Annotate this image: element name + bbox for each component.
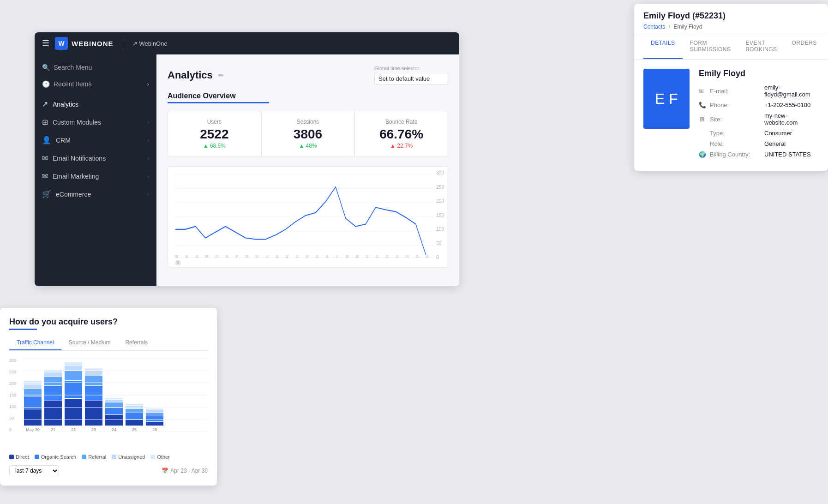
detail-site: 🖥 Site: my-new-website.com — [699, 112, 819, 126]
svg-text:18: 18 — [346, 254, 348, 258]
custom-modules-icon: ⊞ — [42, 118, 48, 126]
legend-organic-search: Organic Search — [35, 454, 76, 460]
breadcrumb-contacts-link[interactable]: Contacts — [643, 24, 665, 30]
chart-footer-label: 30 — [175, 260, 180, 265]
analytics-header: Analytics ✏ Global time selector Set to … — [168, 66, 448, 84]
metric-users: Users 2522 ▲ 68.5% — [168, 111, 261, 157]
svg-text:17: 17 — [336, 254, 338, 258]
legend-dot-referral — [82, 455, 86, 459]
users-value: 2522 — [177, 127, 252, 142]
chart-legend: Direct Organic Search Referral Unassigne… — [9, 454, 208, 460]
search-icon: 🔍 — [42, 64, 50, 71]
tab-form-submissions[interactable]: FORM SUBMISSIONS — [683, 34, 738, 59]
sidebar-search[interactable]: 🔍 Search Menu — [35, 60, 156, 75]
bounce-rate-change: ▲ 22.7% — [364, 143, 438, 149]
crm-icon: 👤 — [42, 136, 51, 144]
line-chart-area: 300 250 200 150 100 50 0 — [168, 166, 448, 268]
svg-text:15: 15 — [316, 254, 318, 258]
svg-text:02: 02 — [186, 254, 188, 258]
email-detail-icon: ✉ — [699, 88, 706, 95]
edit-icon[interactable]: ✏ — [218, 72, 224, 79]
bounce-rate-label: Bounce Rate — [364, 119, 438, 125]
contact-header: Emily Floyd (#52231) Contacts / Emily Fl… — [634, 4, 828, 34]
acq-tab-traffic-channel[interactable]: Traffic Channel — [9, 336, 61, 350]
breadcrumb-current: Emily Floyd — [673, 24, 702, 30]
topbar-divider — [123, 38, 123, 49]
logo-area: W WEBINONE — [55, 37, 114, 50]
svg-text:23: 23 — [396, 254, 398, 258]
email-notifications-icon: ✉ — [42, 154, 48, 162]
external-link-icon: ↗ — [132, 40, 138, 47]
legend-direct: Direct — [9, 454, 29, 460]
main-panel: Analytics ✏ Global time selector Set to … — [156, 54, 459, 286]
legend-other: Other — [150, 454, 170, 460]
sidebar-item-email-marketing[interactable]: ✉ Email Marketing › — [35, 167, 156, 185]
svg-text:06: 06 — [226, 254, 228, 258]
email-marketing-label: Email Marketing — [53, 173, 99, 180]
date-range-select[interactable]: last 7 days — [9, 465, 59, 476]
tab-details[interactable]: DETAILS — [643, 34, 683, 59]
contact-full-name: Emily Floyd — [699, 69, 819, 78]
svg-text:10: 10 — [265, 254, 268, 258]
svg-text:03: 03 — [195, 254, 198, 258]
time-selector-label: Global time selector — [374, 66, 448, 71]
svg-text:24: 24 — [406, 254, 408, 258]
chevron-icon-ecom: › — [147, 191, 149, 198]
svg-text:16: 16 — [326, 254, 329, 258]
contact-body: E F Emily Floyd ✉ E-mail: emily-floyd@gm… — [634, 60, 828, 171]
acq-tab-referrals[interactable]: Referrals — [118, 336, 155, 350]
sidebar: 🔍 Search Menu 🕐 Recent Items › ↗ Analyti… — [35, 54, 156, 286]
sidebar-item-crm[interactable]: 👤 CRM › — [35, 131, 156, 149]
recent-items-label: Recent Items — [54, 80, 91, 88]
ecommerce-label: eCommerce — [56, 191, 91, 198]
legend-dot-unassigned — [112, 455, 116, 459]
users-change: ▲ 68.5% — [177, 143, 252, 149]
chevron-icon-crm: › — [147, 137, 149, 144]
chevron-icon-em: › — [147, 173, 149, 180]
tab-event-bookings[interactable]: EVENT BOOKINGS — [738, 34, 784, 59]
topbar-link[interactable]: ↗ WebinOne — [132, 40, 168, 47]
svg-text:04: 04 — [205, 254, 208, 258]
tab-orders[interactable]: ORDERS — [785, 34, 824, 59]
breadcrumb-separator: / — [669, 24, 672, 30]
svg-text:13: 13 — [295, 254, 298, 258]
logo-icon: W — [55, 37, 68, 50]
svg-text:12: 12 — [286, 254, 288, 258]
sidebar-item-custom-modules[interactable]: ⊞ Custom Modules › — [35, 113, 156, 131]
svg-text:14: 14 — [306, 254, 308, 258]
analytics-icon: ↗ — [42, 100, 48, 108]
bar-chart-container: 300 250 200 150 100 50 0 — [9, 358, 208, 450]
svg-text:26: 26 — [426, 254, 429, 258]
acquisition-underline — [9, 329, 37, 330]
overview-underline — [168, 102, 269, 103]
svg-text:01: 01 — [175, 254, 178, 258]
chevron-icon: › — [147, 119, 149, 126]
legend-dot-direct — [9, 455, 14, 459]
page-title: Analytics — [168, 69, 213, 81]
hamburger-menu-icon[interactable]: ☰ — [42, 38, 49, 48]
sidebar-recent-items[interactable]: 🕐 Recent Items › — [35, 77, 156, 91]
detail-phone: 📞 Phone: +1-202-555-0100 — [699, 102, 819, 108]
billing-country-icon: 🌍 — [699, 151, 706, 158]
acq-tab-source-medium[interactable]: Source / Medium — [61, 336, 118, 350]
search-menu-label: Search Menu — [54, 64, 92, 71]
analytics-label: Analytics — [53, 101, 78, 108]
svg-text:19: 19 — [356, 254, 359, 258]
svg-text:09: 09 — [256, 254, 258, 258]
email-marketing-icon: ✉ — [42, 172, 48, 180]
sidebar-item-analytics[interactable]: ↗ Analytics — [35, 95, 156, 113]
date-range-display: 📅 Apr 23 - Apr 30 — [162, 468, 208, 474]
sidebar-item-email-notifications[interactable]: ✉ Email Notifications › — [35, 149, 156, 167]
site-detail-icon: 🖥 — [699, 116, 706, 123]
acquisition-title: How do you acquire users? — [9, 317, 208, 327]
detail-role: Role: General — [699, 140, 819, 147]
sessions-value: 3806 — [271, 127, 345, 142]
chevron-icon-email: › — [147, 155, 149, 162]
svg-text:05: 05 — [216, 254, 218, 258]
acquisition-panel: How do you acquire users? Traffic Channe… — [0, 308, 217, 486]
bar-chart-grid — [22, 358, 208, 432]
time-selector-select[interactable]: Set to default value — [374, 73, 448, 84]
crm-label: CRM — [56, 137, 71, 144]
sidebar-item-ecommerce[interactable]: 🛒 eCommerce › — [35, 185, 156, 203]
chart-y-labels: 300 250 200 150 100 50 0 — [436, 170, 444, 260]
